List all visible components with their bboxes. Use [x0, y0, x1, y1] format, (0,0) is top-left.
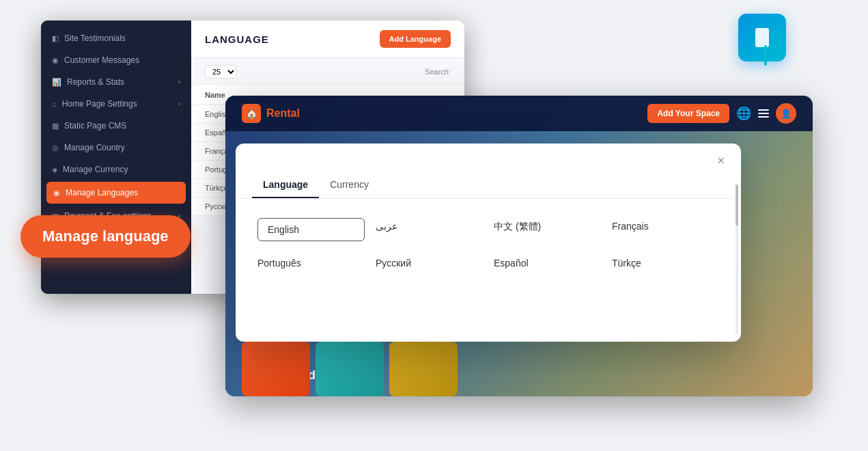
hero-card-gold	[389, 342, 458, 396]
manage-language-badge: Manage language	[20, 215, 191, 258]
add-language-button[interactable]: Add Language	[380, 30, 451, 48]
language-item-portuguese[interactable]: Português	[257, 255, 365, 271]
sidebar-item-languages[interactable]: ◉ Manage Languages	[46, 182, 186, 204]
modal-body: English عربى 中文 (繁體) Français Português …	[236, 199, 741, 290]
testimonials-icon: ◧	[52, 34, 59, 43]
blue-icon-widget	[738, 14, 786, 62]
language-item-spanish[interactable]: Español	[494, 255, 601, 271]
close-icon[interactable]: ×	[717, 154, 725, 167]
modal-header: ×	[236, 144, 741, 167]
admin-header: LANGUAGE Add Language	[191, 20, 464, 58]
language-item-chinese[interactable]: 中文 (繁體)	[494, 218, 601, 241]
language-grid: English عربى 中文 (繁體) Français Português …	[257, 218, 719, 271]
avatar[interactable]: 👤	[776, 103, 796, 124]
arrow-icon: ‹	[178, 100, 180, 107]
modal-scrollbar[interactable]	[736, 184, 738, 335]
hamburger-menu-icon[interactable]	[758, 109, 769, 118]
scrollbar-thumb	[736, 184, 738, 226]
cms-icon: ▦	[52, 122, 59, 131]
nav-actions: Add Your Space 🌐 👤	[647, 103, 796, 124]
language-icon: ◉	[53, 189, 60, 197]
frontend-nav: 🏠 Rental Add Your Space 🌐 👤	[225, 96, 813, 131]
sidebar-item-static-cms[interactable]: ▦ Static Page CMS	[41, 115, 191, 137]
sidebar-item-currency[interactable]: ◈ Manage Currency	[41, 159, 191, 180]
currency-icon: ◈	[52, 165, 57, 174]
reports-icon: 📊	[52, 78, 61, 87]
logo-icon: 🏠	[242, 104, 261, 123]
arrow-icon: ‹	[178, 79, 180, 85]
home-icon: ⌂	[52, 100, 57, 108]
tab-language[interactable]: Language	[252, 172, 319, 198]
hero-card-orange	[242, 342, 310, 396]
language-item-turkish[interactable]: Türkçe	[612, 255, 719, 271]
modal-tabs: Language Currency	[236, 172, 741, 199]
sidebar-item-messages[interactable]: ◉ Customer Messages	[41, 49, 191, 71]
page-title: LANGUAGE	[205, 33, 269, 45]
table-controls: 25 Search:	[191, 58, 464, 85]
messages-icon: ◉	[52, 56, 59, 65]
globe-icon[interactable]: 🌐	[736, 106, 751, 121]
search-label: Search:	[425, 68, 451, 76]
rows-select[interactable]: 25	[205, 65, 237, 79]
sidebar-item-reports[interactable]: 📊 Reports & Stats ‹	[41, 71, 191, 93]
language-item-french[interactable]: Français	[612, 218, 719, 241]
blue-connector	[764, 45, 767, 66]
sidebar-item-homepage[interactable]: ⌂ Home Page Settings ‹	[41, 93, 191, 115]
nav-logo: 🏠 Rental	[242, 104, 300, 123]
hero-card-teal	[316, 342, 384, 396]
add-your-space-button[interactable]: Add Your Space	[647, 104, 729, 123]
sidebar-item-country[interactable]: ◎ Manage Country	[41, 137, 191, 159]
rows-per-page: 25	[205, 65, 237, 79]
language-item-arabic[interactable]: عربى	[376, 218, 483, 241]
language-item-english[interactable]: English	[257, 218, 365, 241]
country-icon: ◎	[52, 144, 59, 152]
language-modal: × Language Currency English عربى 中文 (繁體)…	[236, 144, 741, 342]
language-item-russian[interactable]: Русский	[376, 255, 483, 271]
sidebar-item-testimonials[interactable]: ◧ Site Testimonials	[41, 27, 191, 49]
tab-currency[interactable]: Currency	[319, 172, 380, 198]
